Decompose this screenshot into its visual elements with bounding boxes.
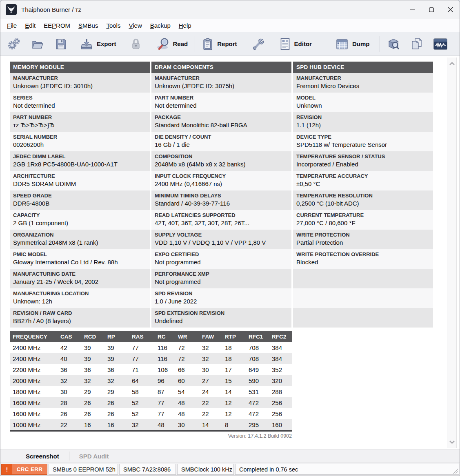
cell-ras: 77: [129, 344, 155, 351]
tab-screenshot[interactable]: Screenshot: [16, 453, 69, 460]
spec-value: VDD 1,10 V / VDDQ 1,10 V / VPP 1,80 V: [155, 238, 288, 247]
wrench-icon: [252, 38, 265, 51]
menu-item[interactable]: Edit: [21, 20, 40, 31]
clipboard-icon: [202, 38, 213, 51]
settings-button[interactable]: [4, 35, 24, 53]
open-file-button[interactable]: [27, 35, 48, 53]
spec-value: ±0,50 °C: [296, 179, 430, 188]
spec-label: SPD REVISION: [155, 290, 288, 297]
scroll-down-icon[interactable]: [449, 440, 455, 444]
save-button[interactable]: [51, 35, 71, 53]
cell-rcd: 29: [81, 388, 104, 395]
spec-label: DEVICE TYPE: [296, 133, 430, 140]
spec-value: Standard Monolithic 82-ball FBGA: [155, 121, 288, 130]
tools-button[interactable]: [248, 35, 269, 53]
gears-icon: [7, 38, 20, 51]
export-button[interactable]: Export: [76, 35, 120, 53]
cell-rp: 39: [104, 355, 129, 362]
panel-title: DRAM COMPONENTS: [151, 62, 291, 73]
spec-row: REVISION / RAW CARD BB27h / A0 (8 layers…: [10, 308, 150, 328]
cell-rcd: 26: [81, 399, 104, 406]
cell-rp: 26: [104, 399, 129, 406]
panel-dram-components: DRAM COMPONENTS MANUFACTURER Unknown (JE…: [151, 62, 291, 328]
scroll-up-icon[interactable]: [449, 62, 455, 66]
maximize-button[interactable]: [422, 0, 441, 19]
spec-value: 42T, 40T, 36T, 32T, 30T, 28T, 26T...: [155, 219, 288, 228]
column-header: RCD: [81, 334, 104, 340]
spec-value: Unknown: [296, 101, 430, 110]
spec-row: TEMPERATURE ACCURACY ±0,50 °C: [293, 171, 433, 190]
status-smbclock: SMBClock 100 kHz: [177, 464, 234, 475]
dump-button[interactable]: Dump: [332, 35, 373, 53]
report-button[interactable]: Report: [198, 35, 240, 53]
menu-item[interactable]: Tools: [102, 20, 124, 31]
spec-value: Not programmed: [155, 277, 288, 286]
cell-rc: 77: [155, 399, 175, 406]
tab-bar: Screenshot SPD Audit: [0, 449, 460, 463]
cell-rc: 106: [155, 366, 175, 373]
status-smbc: SMBC 7A23:8086: [119, 464, 176, 475]
cell-rfc2: 256: [269, 410, 292, 417]
spec-row: COMPOSITION 2048Mb x8 (64Mb x8 x 32 bank…: [151, 151, 291, 171]
read-button[interactable]: Read: [152, 35, 192, 53]
spec-label: MANUFACTURER: [296, 75, 430, 82]
close-button[interactable]: [441, 0, 460, 19]
table-row: 1600 MHz 26 26 26 52 77 48 22 12 472 256: [10, 408, 292, 419]
spec-label: SPD EXTENSION REVISION: [155, 310, 288, 317]
resize-grip[interactable]: [452, 468, 458, 474]
column-header: RFC1: [246, 334, 269, 340]
spec-row: DIE DENSITY / COUNT 16 Gb / 1 die: [151, 132, 291, 151]
vertical-scrollbar[interactable]: [447, 58, 457, 448]
cell-rfc1: 472: [246, 399, 269, 406]
menu-item[interactable]: Backup: [146, 20, 175, 31]
spec-value: Gloway International Co Ltd / Rev. 88h: [13, 258, 147, 267]
window-controls: [403, 0, 460, 19]
spec-row: CAPACITY 2 GB (1 component): [10, 210, 150, 230]
editor-button[interactable]: Editor: [276, 35, 316, 53]
table-row: 2400 MHz 40 39 39 77 116 72 32 18 708 38…: [10, 353, 292, 364]
cell-rtp: 18: [222, 344, 246, 351]
lock-button[interactable]: [127, 35, 145, 53]
spec-label: SUPPLY VOLTAGE: [155, 231, 288, 238]
spec-value: Not determined: [13, 101, 147, 110]
spec-label: JEDEC DIMM LABEL: [13, 153, 147, 160]
cell-ras: 52: [129, 399, 155, 406]
cell-faw: 24: [199, 388, 222, 395]
spec-label: CAPACITY: [13, 212, 147, 219]
spec-row: PMIC MODEL Gloway International Co Ltd /…: [10, 249, 150, 269]
table-row: 1600 MHz 28 26 26 52 77 48 22 12 472 256: [10, 397, 292, 408]
cell-cas: 40: [58, 355, 81, 362]
spec-value: 0,2500 °C (10-bit ADC): [296, 199, 430, 208]
spec-row: MINIMUM TIMING DELAYS Standard / 40-39-3…: [151, 190, 291, 210]
spec-value: 1.0 / June 2022: [155, 297, 288, 306]
tab-spd-audit[interactable]: SPD Audit: [69, 453, 119, 460]
find-button[interactable]: [383, 35, 404, 53]
cell-wr: 48: [175, 399, 199, 406]
app-window: Thaiphoon Burner / ᴛᴢ File Edit EEPROM S…: [0, 0, 460, 476]
spec-value: 00206200h: [13, 140, 147, 149]
menu-item[interactable]: File: [3, 20, 21, 31]
spec-label: SPEED GRADE: [13, 192, 147, 199]
minimize-button[interactable]: [403, 0, 422, 19]
cell-rfc2: 288: [269, 388, 292, 395]
menu-item[interactable]: SMBus: [74, 20, 102, 31]
spec-row: SERIES Not determined: [10, 93, 150, 112]
menu-item[interactable]: View: [124, 20, 146, 31]
spec-row: MANUFACTURER Unknown (JEDEC ID: 3010h): [10, 73, 150, 93]
spec-label: CURRENT TEMPERATURE: [296, 212, 430, 219]
menu-item[interactable]: Help: [175, 20, 196, 31]
alert-icon: !: [2, 464, 12, 474]
cell-cas: 26: [58, 410, 81, 417]
title-bar: Thaiphoon Burner / ᴛᴢ: [0, 0, 460, 19]
column-header: WR: [175, 334, 199, 340]
waveform-button[interactable]: [430, 36, 451, 52]
cell-rtp: 12: [222, 399, 246, 406]
cell-rc: 77: [155, 410, 175, 417]
read-magnifier-icon: [156, 38, 169, 51]
spec-value: Not determined: [155, 101, 288, 110]
status-completed-text: Completed in 0,76 sec: [239, 466, 298, 473]
spec-value: 2400 MHz (0,416667 ns): [155, 179, 288, 188]
copy-button[interactable]: [407, 35, 427, 53]
spec-label: PACKAGE: [155, 114, 288, 121]
menu-item[interactable]: EEPROM: [40, 20, 74, 31]
